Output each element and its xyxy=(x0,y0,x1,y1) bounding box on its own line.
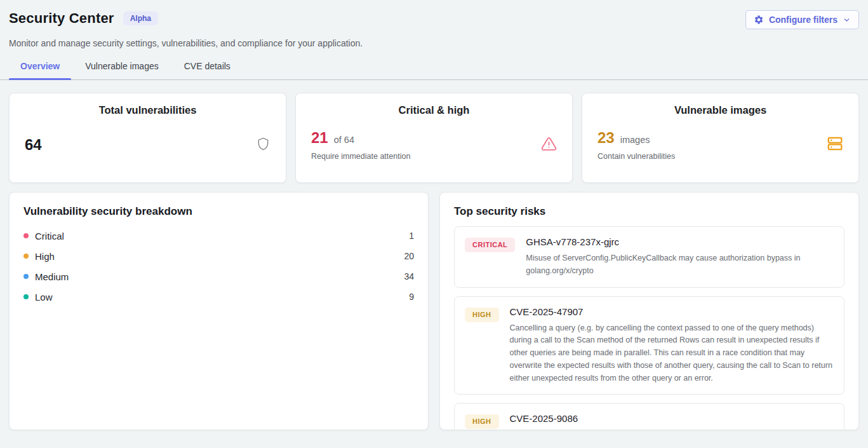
breakdown-row-low: Low 9 xyxy=(23,287,414,307)
configure-filters-label: Configure filters xyxy=(769,15,838,25)
risk-id: CVE-2025-47907 xyxy=(510,306,834,317)
stat-card-title: Total vulnerabilities xyxy=(25,104,270,116)
tab-bar: Overview Vulnerable images CVE details xyxy=(0,55,868,80)
risk-item-ghsa-v778[interactable]: CRITICAL GHSA-v778-237x-gjrc Misuse of S… xyxy=(454,226,845,288)
critical-high-description: Require immediate attention xyxy=(311,152,410,161)
severity-value: 1 xyxy=(409,231,414,241)
severity-value: 9 xyxy=(409,292,414,302)
warning-triangle-icon xyxy=(541,136,557,154)
breakdown-title: Vulnerability security breakdown xyxy=(23,205,414,218)
low-dot-icon xyxy=(23,294,29,299)
risk-id: CVE-2025-9086 xyxy=(510,413,578,424)
severity-badge: HIGH xyxy=(465,414,499,429)
tab-cve-details[interactable]: CVE details xyxy=(173,55,242,79)
medium-dot-icon xyxy=(23,274,29,279)
total-vulnerabilities-value: 64 xyxy=(25,136,42,154)
risk-description: Cancelling a query (e.g. by cancelling t… xyxy=(510,322,834,385)
severity-badge: HIGH xyxy=(465,308,499,322)
top-risks-title: Top security risks xyxy=(454,205,845,218)
tab-overview[interactable]: Overview xyxy=(9,55,71,79)
stat-card-title: Critical & high xyxy=(311,104,557,116)
critical-high-value: 21 xyxy=(311,129,328,147)
vulnerable-images-suffix: images xyxy=(620,135,650,145)
configure-filters-button[interactable]: Configure filters xyxy=(745,10,859,29)
severity-label: High xyxy=(35,251,55,262)
tab-vulnerable-images[interactable]: Vulnerable images xyxy=(74,55,170,79)
breakdown-row-high: High 20 xyxy=(23,246,414,266)
alpha-badge: Alpha xyxy=(123,11,158,25)
severity-label: Low xyxy=(35,292,53,302)
vulnerable-images-description: Contain vulnerabilities xyxy=(598,152,675,161)
shield-icon xyxy=(256,137,270,154)
risk-id: GHSA-v778-237x-gjrc xyxy=(526,236,834,247)
high-dot-icon xyxy=(23,254,29,259)
breakdown-row-medium: Medium 34 xyxy=(23,266,414,287)
vulnerable-images-value: 23 xyxy=(598,129,615,147)
critical-dot-icon xyxy=(23,233,29,238)
breakdown-row-critical: Critical 1 xyxy=(23,226,414,246)
server-icon xyxy=(827,135,843,154)
risk-item-cve-2025-47907[interactable]: HIGH CVE-2025-47907 Cancelling a query (… xyxy=(454,296,845,395)
chevron-down-icon xyxy=(843,16,851,24)
severity-value: 34 xyxy=(404,271,414,282)
risk-list: CRITICAL GHSA-v778-237x-gjrc Misuse of S… xyxy=(454,226,845,430)
risk-description: Misuse of ServerConfig.PublicKeyCallback… xyxy=(526,252,834,278)
page-title: Security Center xyxy=(9,10,114,27)
page-header: Security Center Alpha Configure filters … xyxy=(0,0,868,48)
top-security-risks-panel: Top security risks CRITICAL GHSA-v778-23… xyxy=(439,192,859,430)
critical-high-card: Critical & high 21 of 64 Require immedia… xyxy=(295,93,573,183)
page-subtitle: Monitor and manage security settings, vu… xyxy=(9,38,859,48)
severity-label: Medium xyxy=(35,271,69,282)
vulnerable-images-card: Vulnerable images 23 images Contain vuln… xyxy=(582,93,859,183)
risk-item-cve-2025-9086[interactable]: HIGH CVE-2025-9086 xyxy=(454,403,845,430)
severity-label: Critical xyxy=(35,231,64,241)
gear-icon xyxy=(754,15,764,25)
severity-value: 20 xyxy=(404,251,414,261)
panels-row: Vulnerability security breakdown Critica… xyxy=(9,192,859,430)
critical-high-suffix: of 64 xyxy=(334,135,354,145)
stat-card-title: Vulnerable images xyxy=(598,104,843,116)
vulnerability-breakdown-panel: Vulnerability security breakdown Critica… xyxy=(9,192,429,430)
security-center-page: Security Center Alpha Configure filters … xyxy=(0,0,868,448)
total-vulnerabilities-card: Total vulnerabilities 64 xyxy=(9,93,286,183)
stats-row: Total vulnerabilities 64 Critical xyxy=(9,93,859,183)
severity-list: Critical 1 High 20 Medium 34 xyxy=(23,226,414,307)
overview-content: Total vulnerabilities 64 Critical xyxy=(0,80,868,430)
severity-badge: CRITICAL xyxy=(465,238,515,252)
